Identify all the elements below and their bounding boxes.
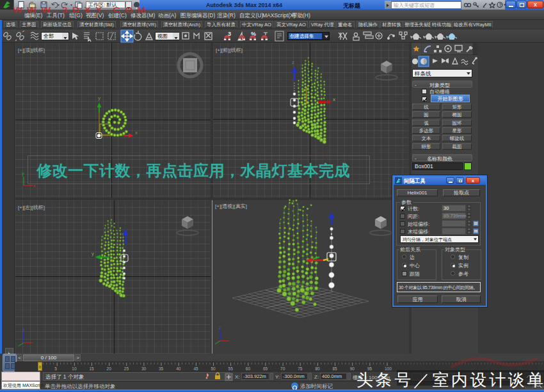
svg-text:5: 5	[54, 366, 57, 371]
svg-text:85: 85	[333, 366, 338, 371]
svg-text:3: 3	[228, 31, 231, 37]
svg-text:40: 40	[176, 366, 181, 371]
svg-text:?: ?	[499, 3, 502, 7]
svg-text:15: 15	[89, 366, 94, 371]
svg-text:35: 35	[159, 366, 164, 371]
svg-text:80: 80	[315, 366, 320, 371]
svg-text:70: 70	[280, 366, 285, 371]
svg-text:65: 65	[263, 366, 268, 371]
svg-text:10: 10	[72, 366, 77, 371]
svg-text:90: 90	[350, 366, 355, 371]
svg-text:25: 25	[124, 366, 129, 371]
svg-text:50: 50	[211, 366, 216, 371]
svg-text:55: 55	[228, 366, 234, 371]
svg-text:20: 20	[107, 366, 112, 371]
svg-text:45: 45	[193, 366, 198, 371]
svg-text:60: 60	[246, 366, 251, 371]
svg-text:75: 75	[298, 366, 303, 371]
svg-text:30: 30	[141, 366, 147, 371]
